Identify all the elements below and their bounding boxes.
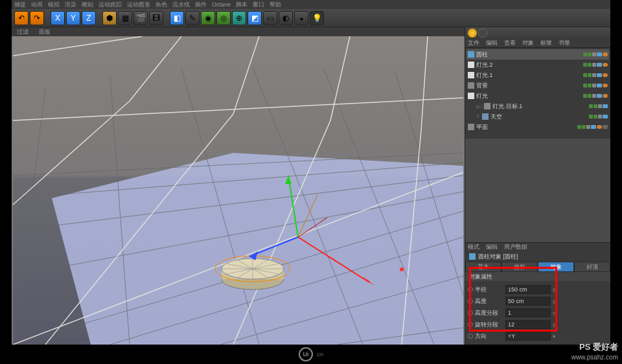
misc-tool-button[interactable]: ⬥ [294,11,308,25]
obj-tab[interactable]: 书签 [559,39,570,47]
param-input[interactable]: +Y [505,332,551,341]
obj-tab[interactable]: 对象 [522,39,534,47]
viewport-menu-item[interactable]: 面板 [39,28,51,36]
attribute-manager-menu[interactable]: 模式编辑用户数据 [465,242,610,251]
tree-row[interactable]: 灯光.2 [466,60,609,70]
menu-item[interactable]: 角色 [156,1,167,9]
obj-tab[interactable]: 文件 [468,39,479,47]
menu-item[interactable]: 帮助 [270,1,281,9]
param-radio-icon[interactable] [468,322,473,327]
render-stop-icon[interactable] [478,28,487,38]
visibility-dots[interactable] [583,94,608,98]
obj-tab[interactable]: 标签 [540,39,552,47]
menu-item[interactable]: 模拟 [48,1,60,9]
attr-tab[interactable]: 对象 [538,262,574,272]
generator-button[interactable]: ◎ [216,11,231,25]
menu-item[interactable]: 插件 [195,1,207,9]
tree-row[interactable]: 灯光 [466,91,609,101]
menu-item[interactable]: Octane [212,1,231,8]
object-icon [468,51,474,58]
spinner-icon[interactable]: ‡ [551,310,557,316]
attr-row: 方向+Y▾ [468,330,608,342]
render-region-button[interactable]: ▦ [118,11,132,25]
tree-label: 背景 [476,82,581,90]
tag-button[interactable]: ◐ [279,11,293,25]
visibility-dots[interactable] [583,84,608,87]
viewport-menu-item[interactable]: 过滤 [17,28,29,36]
attr-tab[interactable]: 坐标 [501,262,538,272]
param-input[interactable]: 50 cm [505,297,551,306]
tree-row[interactable]: 背景 [466,80,609,91]
spinner-icon[interactable]: ▾ [551,334,557,339]
footer-suffix: .cn [316,351,323,358]
redo-button[interactable]: ↷ [30,11,44,25]
param-radio-icon[interactable] [468,299,473,304]
render-status-icon[interactable] [468,28,477,38]
tree-row[interactable]: 平面 [466,122,609,132]
attr-row: 旋转分段12‡ [468,319,608,330]
tree-row[interactable]: 灯光.1 [466,70,609,80]
param-radio-icon[interactable] [468,310,473,315]
main-menubar[interactable]: 捕捉动画模拟渲染雕刻运动跟踪运动图形角色流水线插件Octane脚本窗口帮助 [12,0,610,9]
clapperboard-button[interactable]: 🎞 [149,11,163,25]
visibility-dots[interactable] [589,115,608,119]
menu-item[interactable]: 渲染 [65,1,76,9]
param-input[interactable]: 1 [505,308,551,317]
viewport-scene-icon [12,36,465,345]
menu-item[interactable]: 运动图形 [127,1,150,9]
object-manager-menu[interactable]: 文件编辑查看对象标签书签 [465,39,610,48]
axis-x-button[interactable]: X [51,11,65,25]
pen-tool-button[interactable]: ✎ [185,11,200,25]
environment-button[interactable]: ⊕ [232,11,246,25]
attr-tab[interactable]: 基本 [465,262,501,272]
visibility-dots[interactable] [583,52,608,56]
menu-item[interactable]: 运动跟踪 [98,1,122,9]
tree-row[interactable]: └天空 [466,111,609,122]
attribute-tabs[interactable]: 基本坐标对象封顶 [465,262,610,272]
param-input[interactable]: 150 cm [505,285,551,294]
tree-row[interactable]: 圆柱 [466,49,609,60]
light-button[interactable]: ▭ [263,11,277,25]
undo-button[interactable]: ↶ [14,11,29,25]
obj-tab[interactable]: 编辑 [486,39,498,47]
menu-item[interactable]: 脚本 [236,1,248,9]
camera-button[interactable]: ◩ [248,11,262,25]
menu-item[interactable]: 流水线 [172,1,190,9]
spinner-icon[interactable]: ‡ [551,299,557,304]
visibility-dots[interactable] [583,63,608,67]
param-radio-icon[interactable] [468,287,473,292]
param-radio-icon[interactable] [468,334,473,339]
spinner-icon[interactable]: ‡ [551,287,557,293]
attr-tab[interactable]: 封顶 [574,262,610,272]
bulb-button[interactable]: 💡 [310,11,324,25]
menu-item[interactable]: 捕捉 [14,1,26,9]
render-settings-button[interactable]: 🎬 [133,11,148,25]
tree-row[interactable]: L□灯光.目标.1 [466,101,609,111]
render-button[interactable]: ⬢ [102,11,117,25]
visibility-dots[interactable] [589,104,608,108]
visibility-dots[interactable] [583,73,608,77]
viewport-3d[interactable] [12,36,465,345]
param-label: 高度 [475,297,487,306]
object-tree[interactable]: 圆柱灯光.2灯光.1背景灯光L□灯光.目标.1└天空平面 [465,48,610,139]
watermark-sub: www.psahz.com [571,353,618,361]
object-icon [468,93,474,99]
tree-label: 圆柱 [476,51,581,59]
visibility-dots[interactable] [577,125,608,129]
deformer-button[interactable]: ◉ [201,11,215,25]
param-label: 半径 [475,286,487,294]
attr-menu-item[interactable]: 模式 [468,243,479,251]
param-input[interactable]: 12 [505,320,551,329]
axis-y-button[interactable]: Y [66,11,80,25]
watermark: PS 爱好者 www.psahz.com [571,342,618,361]
menu-item[interactable]: 窗口 [253,1,264,9]
attr-menu-item[interactable]: 编辑 [486,243,498,251]
viewport-menu[interactable]: 过滤面板 [12,27,465,36]
attr-menu-item[interactable]: 用户数据 [504,243,527,251]
primitive-cube-button[interactable]: ◧ [170,11,184,25]
spinner-icon[interactable]: ‡ [551,322,557,328]
axis-z-button[interactable]: Z [82,11,96,25]
menu-item[interactable]: 雕刻 [82,1,93,9]
obj-tab[interactable]: 查看 [504,39,516,47]
menu-item[interactable]: 动画 [31,1,43,9]
